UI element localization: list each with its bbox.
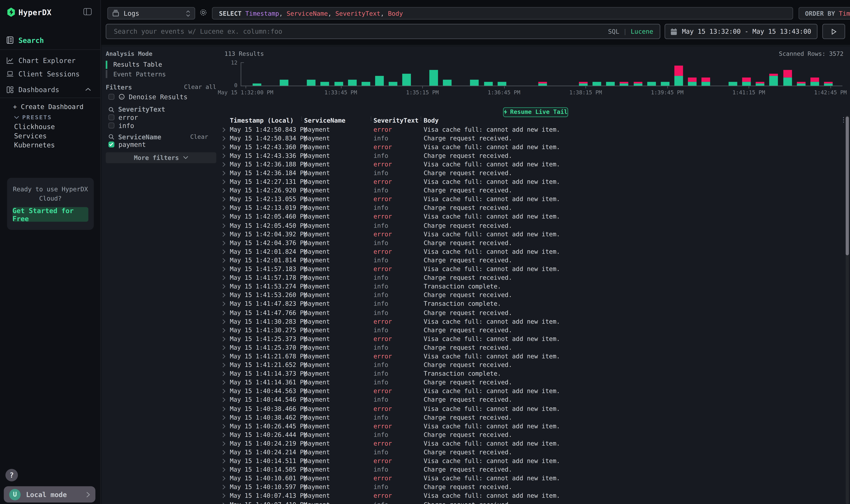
- table-row[interactable]: May 15 1:42:43.360 PMpaymenterrorVisa ca…: [219, 143, 843, 151]
- expand-row-icon[interactable]: [222, 302, 230, 307]
- table-row[interactable]: May 15 1:41:30.283 PMpaymenterrorVisa ca…: [219, 317, 843, 326]
- histogram-bar[interactable]: [307, 80, 316, 86]
- table-row[interactable]: May 15 1:41:14.373 PMpaymentinfoTransact…: [219, 370, 843, 378]
- column-header-severitytext[interactable]: SeverityText: [374, 116, 424, 124]
- order-by-input[interactable]: ORDER BY TimestampTime DESC: [799, 7, 850, 19]
- expand-row-icon[interactable]: [222, 284, 230, 289]
- sidebar-item-kubernetes[interactable]: Kubernetes: [14, 141, 55, 149]
- expand-row-icon[interactable]: [222, 363, 230, 367]
- get-started-button[interactable]: Get Started for Free: [12, 207, 88, 222]
- expand-row-icon[interactable]: [222, 406, 230, 411]
- table-row[interactable]: May 15 1:41:21.678 PMpaymenterrorVisa ca…: [219, 352, 843, 361]
- expand-row-icon[interactable]: [222, 485, 230, 490]
- expand-row-icon[interactable]: [222, 232, 230, 237]
- table-row[interactable]: May 15 1:42:50.843 PMpaymenterrorVisa ca…: [219, 125, 843, 134]
- tab-event-patterns[interactable]: Event Patterns: [106, 69, 214, 79]
- table-row[interactable]: May 15 1:40:26.445 PMpaymenterrorVisa ca…: [219, 422, 843, 431]
- histogram-bar[interactable]: [538, 82, 547, 86]
- table-row[interactable]: May 15 1:40:44.546 PMpaymentinfoCharge r…: [219, 396, 843, 404]
- payment-checkbox[interactable]: [108, 142, 114, 147]
- table-row[interactable]: May 15 1:41:25.373 PMpaymenterrorVisa ca…: [219, 335, 843, 343]
- table-row[interactable]: May 15 1:40:38.462 PMpaymentinfoCharge r…: [219, 413, 843, 422]
- expand-row-icon[interactable]: [222, 145, 230, 149]
- table-row[interactable]: May 15 1:42:36.188 PMpaymenterrorVisa ca…: [219, 160, 843, 169]
- expand-row-icon[interactable]: [222, 197, 230, 202]
- expand-row-icon[interactable]: [222, 127, 230, 132]
- table-row[interactable]: May 15 1:42:26.920 PMpaymentinfoCharge r…: [219, 186, 843, 195]
- histogram-bar[interactable]: [429, 70, 438, 86]
- table-row[interactable]: May 15 1:42:01.824 PMpaymenterrorVisa ca…: [219, 247, 843, 256]
- table-row[interactable]: May 15 1:40:44.563 PMpaymenterrorVisa ca…: [219, 387, 843, 396]
- sidebar-item-client-sessions[interactable]: Client Sessions: [0, 67, 100, 80]
- expand-row-icon[interactable]: [222, 205, 230, 211]
- column-resize-handle[interactable]: ⋮: [299, 116, 304, 121]
- scrollbar-track[interactable]: [846, 115, 849, 504]
- column-header-timestamp[interactable]: Timestamp (Local): [230, 116, 304, 124]
- histogram-bar[interactable]: [647, 82, 656, 86]
- mode-lucene-toggle[interactable]: Lucene: [631, 28, 653, 35]
- expand-row-icon[interactable]: [222, 345, 230, 350]
- expand-row-icon[interactable]: [222, 258, 230, 263]
- histogram-bar[interactable]: [334, 82, 343, 86]
- histogram-bar[interactable]: [729, 82, 737, 86]
- expand-row-icon[interactable]: [222, 240, 230, 245]
- expand-row-icon[interactable]: [222, 398, 230, 402]
- clear-group-button[interactable]: Clear: [190, 133, 208, 140]
- table-row[interactable]: May 15 1:40:10.601 PMpaymenterrorVisa ca…: [219, 474, 843, 483]
- histogram-bar[interactable]: [593, 82, 601, 86]
- select-clause-input[interactable]: SELECT Timestamp, ServiceName, SeverityT…: [212, 7, 793, 19]
- column-resize-handle[interactable]: ⋮: [418, 116, 423, 121]
- table-row[interactable]: May 15 1:41:14.361 PMpaymentinfoCharge r…: [219, 378, 843, 387]
- histogram-bar[interactable]: [321, 82, 329, 86]
- expand-row-icon[interactable]: [222, 267, 230, 272]
- expand-row-icon[interactable]: [222, 424, 230, 429]
- histogram-bar[interactable]: [824, 82, 833, 86]
- table-row[interactable]: May 15 1:40:24.214 PMpaymentinfoCharge r…: [219, 448, 843, 457]
- expand-row-icon[interactable]: [222, 223, 230, 228]
- table-row[interactable]: May 15 1:42:05.450 PMpaymentinfoCharge r…: [219, 221, 843, 230]
- histogram-bar[interactable]: [280, 80, 289, 86]
- help-button[interactable]: ?: [5, 469, 18, 481]
- histogram-bar[interactable]: [810, 78, 819, 86]
- table-row[interactable]: May 15 1:40:26.444 PMpaymentinfoCharge r…: [219, 431, 843, 439]
- column-resize-handle[interactable]: ⋮: [369, 116, 374, 121]
- expand-row-icon[interactable]: [222, 319, 230, 324]
- histogram-bar[interactable]: [348, 80, 357, 86]
- create-dashboard-button[interactable]: + Create Dashboard: [13, 103, 84, 111]
- sidebar-collapse-icon[interactable]: [84, 8, 92, 15]
- histogram-bar[interactable]: [402, 74, 411, 86]
- table-row[interactable]: May 15 1:41:30.275 PMpaymentinfoCharge r…: [219, 326, 843, 335]
- table-row[interactable]: May 15 1:42:04.376 PMpaymentinfoCharge r…: [219, 238, 843, 247]
- table-row[interactable]: May 15 1:41:47.823 PMpaymentinfoTransact…: [219, 300, 843, 308]
- expand-row-icon[interactable]: [222, 214, 230, 219]
- expand-row-icon[interactable]: [222, 432, 230, 437]
- histogram-bar[interactable]: [783, 70, 792, 86]
- error-checkbox[interactable]: [108, 114, 114, 120]
- table-row[interactable]: May 15 1:40:10.597 PMpaymentinfoCharge r…: [219, 483, 843, 492]
- filter-option-error[interactable]: error: [108, 113, 138, 121]
- denoise-filter-row[interactable]: Denoise Results: [108, 93, 187, 101]
- table-row[interactable]: May 15 1:40:07.410 PMpaymentinfoCharge r…: [219, 500, 843, 504]
- expand-row-icon[interactable]: [222, 328, 230, 333]
- scrollbar-thumb[interactable]: [846, 116, 849, 255]
- histogram-bar[interactable]: [756, 82, 764, 86]
- expand-row-icon[interactable]: [222, 476, 230, 481]
- table-row[interactable]: May 15 1:42:50.834 PMpaymentinfoCharge r…: [219, 134, 843, 143]
- user-menu[interactable]: U Local mode: [4, 486, 95, 502]
- histogram-bar[interactable]: [797, 82, 806, 86]
- table-row[interactable]: May 15 1:42:01.814 PMpaymentinfoCharge r…: [219, 256, 843, 265]
- table-row[interactable]: May 15 1:41:57.178 PMpaymentinfoCharge r…: [219, 273, 843, 282]
- histogram-bar[interactable]: [498, 82, 506, 86]
- more-filters-button[interactable]: More filters: [106, 152, 216, 163]
- histogram-bar[interactable]: [701, 78, 710, 86]
- table-row[interactable]: May 15 1:40:24.219 PMpaymenterrorVisa ca…: [219, 439, 843, 448]
- filter-option-info[interactable]: info: [108, 122, 134, 129]
- histogram-bar[interactable]: [484, 82, 492, 86]
- histogram-bar[interactable]: [661, 82, 669, 86]
- sidebar-item-dashboards[interactable]: Dashboards: [0, 83, 100, 96]
- expand-row-icon[interactable]: [222, 171, 230, 176]
- expand-row-icon[interactable]: [222, 354, 230, 359]
- expand-row-icon[interactable]: [222, 136, 230, 141]
- expand-row-icon[interactable]: [222, 337, 230, 341]
- sidebar-item-services[interactable]: Services: [14, 132, 47, 140]
